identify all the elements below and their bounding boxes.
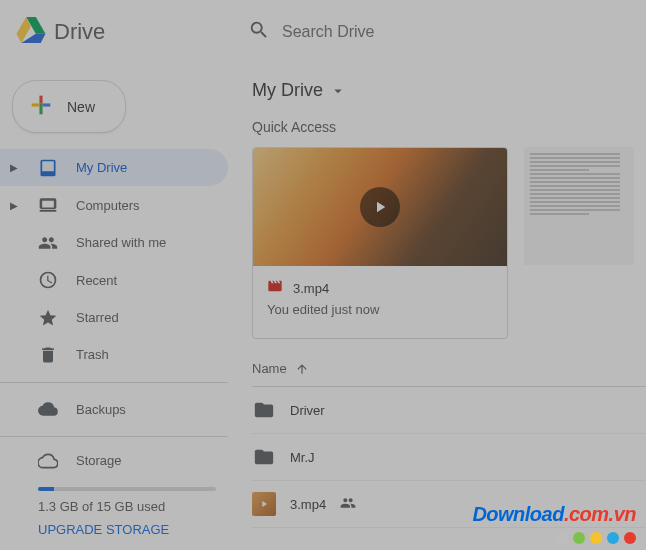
sidebar-item-storage[interactable]: Storage xyxy=(0,445,228,477)
sidebar-item-label: Starred xyxy=(76,310,216,325)
trash-icon xyxy=(38,345,58,365)
sidebar: New ▶ My Drive ▶ Computers Shared with m… xyxy=(0,64,236,550)
breadcrumb[interactable]: My Drive xyxy=(252,76,646,119)
divider xyxy=(0,436,228,437)
quick-access-subtitle: You edited just now xyxy=(267,302,493,317)
video-file-icon xyxy=(267,278,283,298)
main: My Drive Quick Access 3.mp4 xyxy=(236,64,646,550)
sidebar-item-label: Storage xyxy=(76,453,216,468)
document-thumbnail xyxy=(524,147,634,265)
cloud-outline-icon xyxy=(38,451,58,471)
divider xyxy=(0,382,228,383)
people-icon xyxy=(38,233,58,253)
search-box[interactable] xyxy=(236,11,630,53)
cloud-filled-icon xyxy=(38,399,58,419)
watermark-dots xyxy=(556,532,636,544)
sidebar-item-label: Backups xyxy=(76,402,216,417)
caret-right-icon: ▶ xyxy=(8,162,20,173)
computers-icon xyxy=(38,195,58,215)
quick-access-card[interactable] xyxy=(524,147,634,339)
my-drive-icon xyxy=(38,158,58,178)
video-thumbnail xyxy=(253,148,507,266)
file-name: Driver xyxy=(290,403,325,418)
drive-logo-icon xyxy=(16,17,46,47)
sidebar-item-label: Recent xyxy=(76,273,216,288)
upgrade-storage-link[interactable]: UPGRADE STORAGE xyxy=(38,522,169,537)
sidebar-item-shared[interactable]: Shared with me xyxy=(0,224,228,261)
dot xyxy=(556,532,568,544)
sidebar-item-label: Shared with me xyxy=(76,235,216,250)
sidebar-item-trash[interactable]: Trash xyxy=(0,336,228,373)
new-button-label: New xyxy=(67,99,95,115)
search-input[interactable] xyxy=(282,23,618,41)
clock-icon xyxy=(38,270,58,290)
new-button[interactable]: New xyxy=(12,80,126,133)
star-icon xyxy=(38,308,58,328)
file-row[interactable]: Mr.J xyxy=(252,434,646,481)
sidebar-item-label: Trash xyxy=(76,347,216,362)
play-icon xyxy=(360,187,400,227)
plus-icon xyxy=(27,91,55,122)
header: Drive xyxy=(0,0,646,64)
sidebar-item-label: My Drive xyxy=(76,160,216,175)
product-name: Drive xyxy=(54,19,105,45)
storage-block: 1.3 GB of 15 GB used UPGRADE STORAGE xyxy=(0,477,228,542)
column-name: Name xyxy=(252,361,287,376)
watermark: Download.com.vn xyxy=(472,503,636,544)
file-row[interactable]: Driver xyxy=(252,387,646,434)
logo-block[interactable]: Drive xyxy=(16,17,236,47)
dot xyxy=(624,532,636,544)
video-icon xyxy=(252,492,276,516)
sidebar-item-backups[interactable]: Backups xyxy=(0,391,228,428)
sidebar-item-label: Computers xyxy=(76,198,216,213)
sidebar-item-recent[interactable]: Recent xyxy=(0,261,228,298)
storage-bar xyxy=(38,487,216,491)
file-name: Mr.J xyxy=(290,450,315,465)
dot xyxy=(573,532,585,544)
search-icon xyxy=(248,19,270,45)
chevron-down-icon xyxy=(329,82,347,100)
quick-access-card[interactable]: 3.mp4 You edited just now xyxy=(252,147,508,339)
sidebar-item-starred[interactable]: Starred xyxy=(0,299,228,336)
sidebar-item-my-drive[interactable]: ▶ My Drive xyxy=(0,149,228,186)
sidebar-item-computers[interactable]: ▶ Computers xyxy=(0,186,228,223)
quick-access-title: 3.mp4 xyxy=(293,281,329,296)
watermark-tld: .com.vn xyxy=(564,503,636,525)
folder-icon xyxy=(252,398,276,422)
quick-access-heading: Quick Access xyxy=(252,119,646,135)
dot xyxy=(590,532,602,544)
file-name: 3.mp4 xyxy=(290,497,326,512)
dot xyxy=(607,532,619,544)
shared-icon xyxy=(340,495,356,514)
storage-usage-text: 1.3 GB of 15 GB used xyxy=(38,499,216,514)
breadcrumb-label: My Drive xyxy=(252,80,323,101)
list-header[interactable]: Name xyxy=(252,361,646,387)
caret-right-icon: ▶ xyxy=(8,200,20,211)
arrow-up-icon xyxy=(295,362,309,376)
folder-icon xyxy=(252,445,276,469)
watermark-brand: Download xyxy=(472,503,564,525)
